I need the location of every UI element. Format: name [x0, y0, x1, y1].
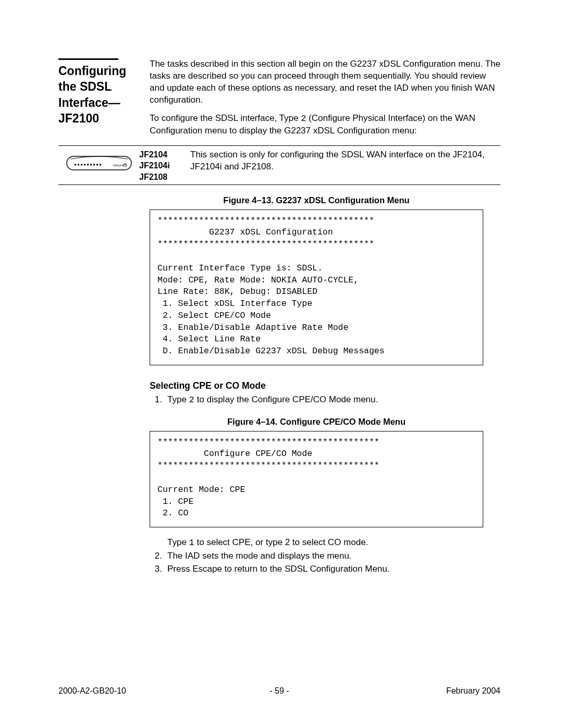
svg-text:InfoLynx™: InfoLynx™: [113, 164, 127, 167]
note-pre: Type: [167, 537, 189, 547]
instruction-code: 2: [301, 114, 306, 124]
step2-text: The IAD sets the mode and displays the m…: [167, 550, 500, 562]
footer-date: February 2004: [386, 685, 500, 697]
note-post: to select CPE, or type 2 to select CO mo…: [194, 537, 369, 547]
device-labels: JF2104 JF2104i JF2108: [139, 149, 190, 183]
page-footer: 2000-A2-GB20-10 - 59 - February 2004: [58, 685, 500, 697]
instruction-pre: To configure the SDSL interface, Type: [150, 113, 301, 123]
list-item: 3. Press Escape to return to the SDSL Co…: [150, 563, 500, 575]
instruction-paragraph: To configure the SDSL interface, Type 2 …: [150, 113, 500, 137]
step3-text: Press Escape to return to the SDSL Confi…: [167, 563, 500, 575]
section-heading: Configur­ing the SDSL Inter­face—JF2100: [58, 63, 143, 126]
footer-doc-number: 2000-A2-GB20-10: [58, 685, 173, 697]
terminal-block-1: ****************************************…: [150, 209, 483, 365]
subheading-cpe-co: Selecting CPE or CO Mode: [150, 380, 500, 392]
intro-paragraph: The tasks described in this section all …: [150, 58, 500, 106]
note-code: 1: [189, 538, 194, 548]
footer-page-number: - 59 -: [173, 685, 386, 697]
device-description: This section is only for configuring the…: [190, 149, 500, 173]
terminal-block-2: ****************************************…: [150, 431, 483, 527]
document-page: Configur­ing the SDSL Inter­face—JF2100 …: [0, 0, 563, 728]
note-line: Type 1 to select CPE, or type 2 to selec…: [167, 537, 500, 549]
heading-rule: [58, 58, 118, 60]
device-note-row: InfoLynx™ JF2104 JF2104i JF2108 This sec…: [58, 145, 500, 186]
list-item: 1. Type 2 to display the Configure CPE/C…: [150, 394, 500, 406]
figure-caption-2: Figure 4–14. Configure CPE/CO Mode Menu: [150, 416, 483, 427]
svg-rect-0: [67, 156, 131, 170]
step1-code: 2: [189, 395, 194, 405]
device-label: JF2108: [139, 171, 186, 183]
device-label: JF2104i: [139, 160, 186, 171]
step1-pre: Type: [167, 394, 189, 404]
list-item: 2. The IAD sets the mode and displays th…: [150, 550, 500, 562]
device-image: InfoLynx™: [58, 149, 139, 173]
step1-post: to display the Configure CPE/CO Mode men…: [194, 394, 378, 404]
figure-caption-1: Figure 4–13. G2237 xDSL Configuration Me…: [150, 194, 483, 206]
device-label: JF2104: [139, 149, 186, 161]
